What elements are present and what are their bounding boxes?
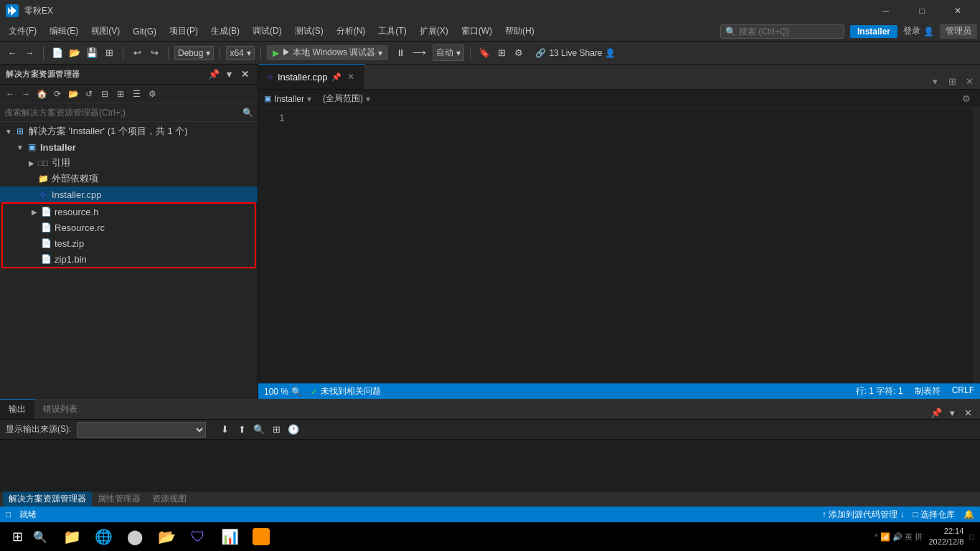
menu-extensions[interactable]: 扩展(X): [414, 22, 454, 40]
error-list-tab[interactable]: 错误列表: [34, 399, 86, 419]
open-file-button[interactable]: 📂: [67, 45, 83, 61]
new-file-button[interactable]: 📄: [50, 45, 65, 61]
bell-icon[interactable]: 🔔: [963, 509, 974, 519]
taskbar-folder[interactable]: 📂: [152, 522, 181, 551]
se-refresh-btn[interactable]: ↺: [82, 87, 96, 101]
encoding[interactable]: CRLF: [952, 385, 974, 397]
tab-type[interactable]: 制表符: [915, 385, 941, 397]
code-content[interactable]: [291, 108, 973, 383]
back-button[interactable]: ←: [4, 45, 20, 61]
save-all-button[interactable]: ⊞: [101, 45, 117, 61]
se-search-box[interactable]: 🔍: [0, 103, 258, 122]
references-node[interactable]: ▶ □□ 引用: [0, 155, 258, 171]
resource-rc-node[interactable]: 📄 Resource.rc: [3, 220, 255, 235]
menu-debug[interactable]: 调试(D): [247, 22, 288, 40]
se-forward-btn[interactable]: →: [19, 87, 33, 101]
save-button[interactable]: 💾: [84, 45, 100, 61]
close-panel-button[interactable]: ✕: [239, 68, 252, 81]
menu-view[interactable]: 视图(V): [85, 22, 126, 40]
output-source-select[interactable]: [77, 422, 206, 438]
menu-search-input[interactable]: [739, 27, 839, 37]
bottom-tab-props[interactable]: 属性管理器: [92, 491, 146, 507]
breadcrumb-dropdown[interactable]: ▾: [307, 94, 311, 104]
close-button[interactable]: ✕: [941, 0, 974, 22]
menu-git[interactable]: Git(G): [127, 24, 162, 39]
undo-button[interactable]: ↩: [129, 45, 145, 61]
se-folder-btn[interactable]: 📂: [66, 87, 80, 101]
se-view-btn[interactable]: ☰: [129, 87, 143, 101]
start-button[interactable]: ⊞: [6, 525, 29, 548]
taskbar-shield[interactable]: 🛡: [184, 522, 212, 551]
se-back-btn[interactable]: ←: [3, 87, 17, 101]
redo-button[interactable]: ↪: [146, 45, 162, 61]
external-deps-node[interactable]: 📁 外部依赖项: [0, 171, 258, 187]
test-zip-node[interactable]: 📄 test.zip: [3, 235, 255, 251]
minimize-button[interactable]: ─: [870, 0, 903, 22]
se-home-btn[interactable]: 🏠: [34, 87, 49, 101]
taskbar-notification-icon[interactable]: □: [969, 532, 974, 541]
bookmark2-button[interactable]: ⊞: [494, 45, 509, 61]
tab-close-all-button[interactable]: ✕: [961, 73, 977, 89]
menu-window[interactable]: 窗口(W): [456, 22, 498, 40]
admin-button[interactable]: 管理员: [940, 24, 977, 39]
step-over-button[interactable]: ⟶: [411, 45, 427, 61]
vertical-scrollbar[interactable]: [973, 108, 980, 383]
scope-dropdown[interactable]: ▾: [366, 94, 370, 104]
output-icon1[interactable]: ⬇: [217, 423, 232, 437]
debug-config-dropdown[interactable]: Debug ▾: [174, 46, 214, 60]
resource-h-node[interactable]: ▶ 📄 resource.h: [3, 204, 255, 220]
zoom-control[interactable]: 100 % 🔍: [264, 387, 302, 397]
collapse-button[interactable]: ▾: [223, 68, 236, 81]
output-tab[interactable]: 输出: [0, 399, 34, 419]
output-clock-icon[interactable]: 🕐: [286, 423, 301, 437]
settings-cog-button[interactable]: ⚙: [958, 91, 974, 107]
forward-button[interactable]: →: [22, 45, 37, 61]
taskbar-chrome[interactable]: ⬤: [121, 522, 149, 551]
menu-test[interactable]: 测试(S): [289, 22, 329, 40]
installer-cpp-node[interactable]: ⊹ Installer.cpp: [0, 187, 258, 202]
se-sync-btn[interactable]: ⟳: [50, 87, 65, 101]
editor-tab-installer-cpp[interactable]: ⊹ Installer.cpp 📌 ✕: [258, 64, 365, 89]
settings-button[interactable]: ⚙: [511, 45, 527, 61]
menu-build[interactable]: 生成(B): [205, 22, 245, 40]
taskbar-clock[interactable]: 22:14 2022/12/8: [928, 526, 963, 548]
menu-file[interactable]: 文件(F): [3, 22, 42, 40]
taskbar-search-button[interactable]: 🔍: [29, 525, 52, 548]
taskbar-edge[interactable]: 🌐: [89, 522, 118, 551]
taskbar-file-explorer[interactable]: 📁: [57, 522, 86, 551]
run-button[interactable]: ▶ ▶ 本地 Windows 调试器 ▾: [267, 45, 389, 60]
close-panel-btn[interactable]: ✕: [961, 406, 974, 419]
menu-search-box[interactable]: 🔍: [720, 24, 844, 39]
live-share-button[interactable]: 🔗 13 Live Share 👤: [535, 48, 616, 58]
tab-list-button[interactable]: ▾: [927, 73, 943, 89]
taskbar-orange-app[interactable]: [247, 522, 275, 551]
se-search-input[interactable]: [4, 108, 240, 118]
login-button[interactable]: 登录 👤: [903, 25, 934, 37]
menu-analyze[interactable]: 分析(N): [331, 22, 372, 40]
tab-close-button[interactable]: ✕: [346, 71, 356, 83]
project-node[interactable]: ▼ ▣ Installer: [0, 139, 258, 155]
platform-dropdown[interactable]: x64 ▾: [226, 46, 254, 60]
output-icon4[interactable]: ⊞: [269, 423, 283, 437]
add-to-source[interactable]: ↑ 添加到源代码管理 ↓: [822, 509, 905, 521]
menu-help[interactable]: 帮助(H): [499, 22, 540, 40]
bookmark-button[interactable]: 🔖: [476, 45, 492, 61]
step-button[interactable]: ⏸: [392, 45, 408, 61]
bottom-tab-resources[interactable]: 资源视图: [146, 491, 192, 507]
menu-tools[interactable]: 工具(T): [372, 22, 412, 40]
pin-button[interactable]: 📌: [207, 68, 220, 81]
select-repo[interactable]: □ 选择仓库: [913, 509, 955, 521]
breadcrumb-class[interactable]: Installer: [274, 94, 304, 104]
se-filter-btn[interactable]: ⚙: [145, 87, 159, 101]
bottom-tab-se[interactable]: 解决方案资源管理器: [3, 491, 92, 507]
auto-dropdown[interactable]: 自动 ▾: [433, 44, 464, 61]
zip1-bin-node[interactable]: 📄 zip1.bin: [3, 251, 255, 267]
collapse-panel-btn[interactable]: ▾: [946, 406, 958, 419]
code-editor[interactable]: 1: [258, 108, 980, 383]
solution-node[interactable]: ▼ ⊞ 解决方案 'Installer' (1 个项目，共 1 个): [0, 123, 258, 139]
breadcrumb-scope[interactable]: (全局范围): [323, 93, 363, 105]
maximize-button[interactable]: □: [905, 0, 938, 22]
se-expand-all-btn[interactable]: ⊞: [113, 87, 128, 101]
menu-project[interactable]: 项目(P): [164, 22, 204, 40]
taskbar-stats[interactable]: 📊: [215, 522, 244, 551]
